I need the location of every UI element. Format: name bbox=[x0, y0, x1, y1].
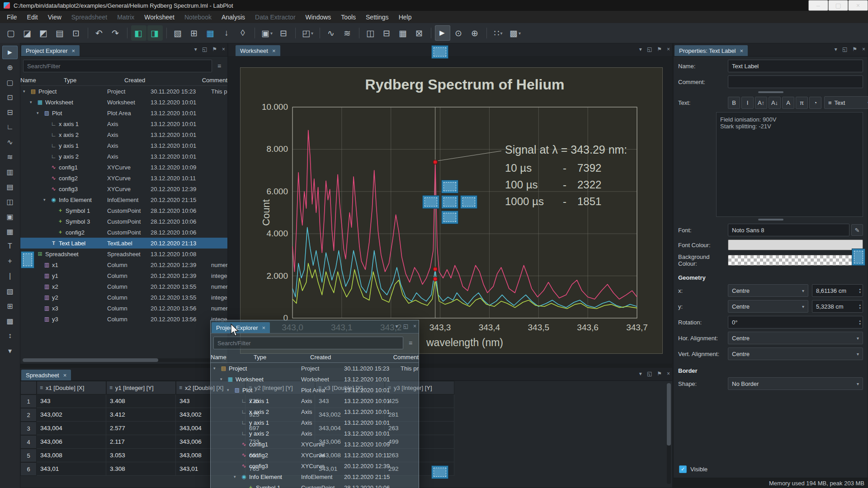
tree-row-info-element[interactable]: ▾ ◉ Info Element InfoElement 20.12.2020 … bbox=[20, 194, 227, 205]
tab-project-explorer-floating[interactable]: Project Explorer × bbox=[212, 322, 270, 333]
zoom-combo[interactable]: ▩ ▾ bbox=[507, 25, 524, 41]
text-label-tool[interactable]: T bbox=[2, 239, 18, 253]
search-input[interactable] bbox=[213, 337, 403, 349]
spreadsheet-cell[interactable]: 3.408 bbox=[106, 394, 176, 408]
magnification-combo[interactable]: ∷ ▾ bbox=[491, 25, 506, 41]
dock-float-icon[interactable]: ◱ bbox=[202, 46, 207, 52]
border-shape-combo[interactable]: No Border ▾ bbox=[728, 377, 863, 390]
dock-menu-icon[interactable]: ▾ bbox=[396, 323, 398, 329]
grid-tool[interactable]: ▩ bbox=[2, 314, 18, 328]
tree-row-x-axis-2[interactable]: ∟ x axis 2 Axis 13.12.2020 10:01 bbox=[211, 406, 419, 417]
spreadsheet-cell[interactable]: 343 bbox=[37, 394, 106, 408]
tree-row-worksheet[interactable]: ▾ ▦ Worksheet Worksheet 13.12.2020 10:01 bbox=[20, 97, 227, 108]
dock-indicator-right[interactable] bbox=[460, 195, 477, 209]
close-button[interactable]: × bbox=[848, 0, 868, 11]
tab-project-explorer[interactable]: Project Explorer × bbox=[21, 45, 80, 56]
more-tools[interactable]: ▾ bbox=[2, 344, 18, 357]
tab-spreadsheet[interactable]: Spreadsheet × bbox=[21, 370, 71, 380]
tree-row-x1[interactable]: ▥ x1 Column 20.12.2020 12:39 numerical bbox=[20, 259, 227, 270]
spin-arrows-icon[interactable]: ▴▾ bbox=[859, 319, 862, 325]
tree-row-project[interactable]: ▾ ▤ Project Project 30.11.2020 15:23 Thi… bbox=[20, 86, 227, 97]
tree-row-config1[interactable]: ∿ config1 XYCurve 13.12.2020 10:09 bbox=[20, 162, 227, 173]
dock-menu-icon[interactable]: ▾ bbox=[835, 46, 837, 52]
cascade-windows-button[interactable]: ▧ bbox=[170, 25, 186, 41]
spin-arrows-icon[interactable]: ▴▾ bbox=[859, 303, 862, 310]
axis-tool[interactable]: ∟ bbox=[2, 120, 18, 134]
minimize-button[interactable]: – bbox=[808, 0, 828, 11]
menu-edit[interactable]: Edit bbox=[22, 11, 43, 23]
new-matrix-button[interactable]: ▦ bbox=[203, 25, 218, 41]
hor-alignment-combo[interactable]: Centre ▾ bbox=[728, 332, 863, 344]
menu-analysis[interactable]: Analysis bbox=[217, 11, 250, 23]
tab-close-icon[interactable]: × bbox=[71, 47, 75, 54]
print-preview-button[interactable]: ⊡ bbox=[69, 25, 84, 41]
x-offset-stepper[interactable]: 8,61136 cm ▴▾ bbox=[812, 284, 863, 297]
dock-indicator-screen-bottom[interactable] bbox=[431, 465, 448, 479]
tab-close-icon[interactable]: × bbox=[272, 47, 276, 54]
export-worksheet-button[interactable]: ◰ ▾ bbox=[299, 25, 316, 41]
print-button[interactable]: ▤ bbox=[52, 25, 68, 41]
tree-row-y-axis-2[interactable]: ∟ y axis 2 Axis 13.12.2020 10:01 bbox=[20, 151, 227, 162]
new-worksheet-button[interactable]: ▣ ▾ bbox=[259, 25, 275, 41]
column-header[interactable]: ≡ x1 [Double] [X] bbox=[37, 381, 106, 394]
italic-button[interactable]: I bbox=[741, 97, 754, 109]
tree-row-config1[interactable]: ∿ config1 XYCurve 13.12.2020 10:09 bbox=[211, 439, 419, 450]
tree-row-worksheet[interactable]: ▾ ▦ Worksheet Worksheet 13.12.2020 10:01 bbox=[211, 374, 419, 385]
font-field[interactable] bbox=[728, 224, 849, 236]
crosshair-tool-button[interactable]: ⊙ bbox=[451, 25, 467, 41]
bold-button[interactable]: B bbox=[728, 97, 740, 109]
layout-horizontal-button[interactable]: ⊟ bbox=[379, 25, 395, 41]
row-number[interactable]: 3 bbox=[20, 422, 37, 435]
spreadsheet-cell[interactable]: 3.053 bbox=[106, 449, 176, 462]
plot-area-tool[interactable]: ▣ bbox=[2, 210, 18, 223]
tree-row-config2[interactable]: ∿ config2 XYCurve 13.12.2020 10:11 bbox=[211, 450, 419, 460]
name-field[interactable] bbox=[728, 60, 863, 72]
tree-row-y-axis-1[interactable]: ∟ y axis 1 Axis 13.12.2020 10:01 bbox=[20, 140, 227, 151]
box-plot-tool[interactable]: ◫ bbox=[2, 195, 18, 208]
dock-close-icon[interactable]: × bbox=[667, 371, 670, 377]
y-offset-stepper[interactable]: 5,3238 cm ▴▾ bbox=[812, 300, 863, 313]
spreadsheet-cell[interactable]: 2.577 bbox=[106, 422, 176, 435]
dock-indicator-center[interactable] bbox=[441, 195, 458, 209]
crosshair-tool[interactable]: ⊕ bbox=[2, 61, 18, 74]
splitter-handle[interactable] bbox=[758, 219, 783, 221]
tree-row-info-element[interactable]: ▾ ◉ Info Element InfoElement 20.12.2020 … bbox=[211, 471, 419, 482]
dock-menu-icon[interactable]: ▾ bbox=[639, 46, 642, 52]
dock-menu-icon[interactable]: ▾ bbox=[639, 371, 642, 377]
tree-row-x-axis-1[interactable]: ∟ x axis 1 Axis 13.12.2020 10:01 bbox=[211, 395, 419, 406]
break-layout-button[interactable]: ⊠ bbox=[412, 25, 427, 41]
menu-tools[interactable]: Tools bbox=[336, 11, 361, 23]
dock-close-icon[interactable]: × bbox=[862, 46, 865, 52]
duplicate-worksheet-button[interactable]: ⊟ bbox=[276, 25, 292, 41]
menu-worksheet[interactable]: Worksheet bbox=[139, 11, 179, 23]
dock-indicator-screen-top[interactable] bbox=[431, 45, 448, 59]
spreadsheet-cell[interactable]: 3.308 bbox=[106, 462, 176, 476]
expander-icon[interactable]: ▾ bbox=[30, 100, 35, 104]
filter-options-icon[interactable]: ≡ bbox=[214, 61, 225, 71]
tree-header[interactable]: NameTypeCreatedComment bbox=[20, 75, 227, 86]
dock-menu-icon[interactable]: ▾ bbox=[194, 46, 197, 52]
add-curve-button[interactable]: ∿ bbox=[324, 25, 339, 41]
open-project-button[interactable]: ◪ bbox=[20, 25, 35, 41]
tree-row-symbol-3[interactable]: + Symbol 3 CustomPoint 28.12.2020 10:06 bbox=[20, 216, 227, 227]
layout-grid-button[interactable]: ▦ bbox=[396, 25, 411, 41]
tree-row-y1[interactable]: ▥ y1 Column 20.12.2020 12:39 integer da bbox=[20, 270, 227, 281]
menu-data-extractor[interactable]: Data Extractor bbox=[250, 11, 300, 23]
scrollbar-thumb[interactable] bbox=[23, 358, 158, 362]
expander-icon[interactable]: ▾ bbox=[37, 111, 42, 115]
symbols-button[interactable]: π bbox=[796, 97, 808, 109]
rotation-stepper[interactable]: 0° ▴▾ bbox=[728, 316, 863, 328]
tile-windows-button[interactable]: ◧ bbox=[131, 25, 146, 41]
table-tool[interactable]: ⊞ bbox=[2, 299, 18, 313]
background-colour-swatch[interactable] bbox=[728, 255, 863, 266]
dock-indicator-left[interactable] bbox=[422, 195, 439, 209]
dock-indicator-top[interactable] bbox=[441, 180, 458, 193]
histogram-tool[interactable]: ▥ bbox=[2, 165, 18, 178]
tree-row-y3[interactable]: ▥ y3 Column 20.12.2020 13:56 integer da bbox=[20, 314, 227, 324]
maximize-button[interactable]: ▢ bbox=[828, 0, 848, 11]
menu-settings[interactable]: Settings bbox=[361, 11, 394, 23]
expander-icon[interactable]: ▾ bbox=[23, 89, 28, 94]
dock-indicator-screen-left[interactable] bbox=[21, 251, 34, 268]
tree-row-config3[interactable]: ∿ config3 XYCurve 20.12.2020 12:39 bbox=[20, 183, 227, 194]
dock-pin-icon[interactable]: ⚑ bbox=[657, 46, 662, 52]
